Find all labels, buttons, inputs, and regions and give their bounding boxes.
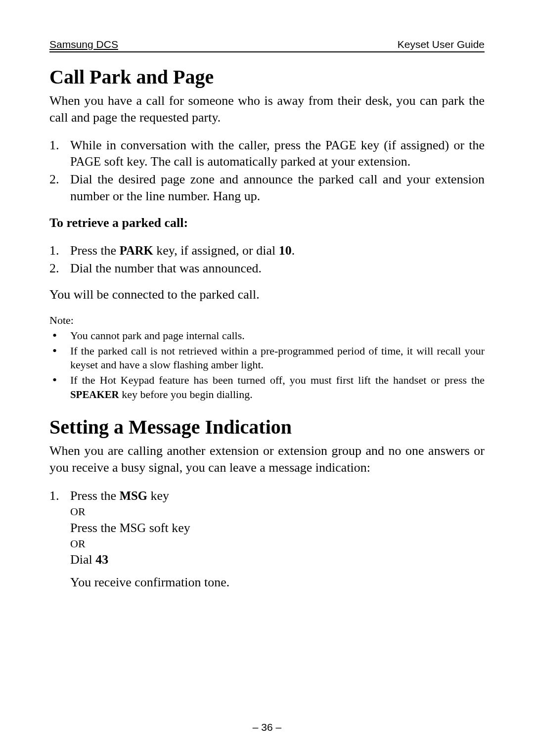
section1-heading: Call Park and Page [49, 65, 485, 89]
text-part: You cannot park and page internal calls. [70, 329, 245, 342]
speaker-key: SPEAKER [70, 389, 119, 400]
dial-code: 43 [95, 552, 108, 567]
page-softkey: PAGE [70, 155, 101, 168]
or-text: OR [70, 504, 485, 519]
step-line: Dial 43 [70, 551, 485, 568]
text-part: key [147, 489, 169, 503]
text-part: While in conversation with the caller, p… [70, 138, 325, 152]
dial-code: 10 [279, 243, 292, 258]
text-part: soft key. The call is automatically park… [101, 154, 410, 169]
text-part: . [292, 243, 295, 258]
step-number: 1. [49, 242, 59, 259]
list-item: If the parked call is not retrieved with… [49, 344, 485, 372]
msg-softkey: MSG [120, 521, 146, 534]
list-item: 1. While in conversation with the caller… [49, 137, 485, 171]
step-number: 1. [49, 487, 59, 504]
step-line: Press the MSG soft key [70, 519, 485, 536]
step-line: Press the MSG key [70, 487, 485, 504]
list-item: 1. Press the PARK key, if assigned, or d… [49, 242, 485, 259]
step-number: 1. [49, 137, 59, 154]
text-part: Press the [70, 521, 120, 535]
page-number: – 36 – [0, 721, 534, 733]
section2-intro: When you are calling another extension o… [49, 443, 485, 476]
text-part: Press the [70, 243, 120, 258]
connected-text: You will be connected to the parked call… [49, 286, 485, 303]
text-part: If the Hot Keypad feature has been turne… [70, 374, 485, 386]
header-right: Keyset User Guide [398, 39, 485, 50]
step-number: 2. [49, 260, 59, 277]
confirmation-text: You receive confirmation tone. [49, 575, 485, 590]
section1-intro: When you have a call for someone who is … [49, 92, 485, 126]
section1-steps: 1. While in conversation with the caller… [49, 137, 485, 205]
list-item: If the Hot Keypad feature has been turne… [49, 373, 485, 401]
retrieve-heading: To retrieve a parked call: [49, 216, 485, 230]
retrieve-steps: 1. Press the PARK key, if assigned, or d… [49, 242, 485, 277]
page-key: PAGE [325, 138, 356, 152]
text-part: Press the [70, 489, 120, 503]
step-number: 2. [49, 171, 59, 188]
notes-list: You cannot park and page internal calls.… [49, 329, 485, 401]
section2-heading: Setting a Message Indication [49, 415, 485, 439]
text-part: Dial the number that was announced. [70, 261, 262, 275]
text-part: key before you begin dialling. [119, 388, 253, 400]
or-text: OR [70, 536, 485, 551]
page-header: Samsung DCS Keyset User Guide [49, 39, 485, 52]
note-label: Note: [49, 314, 485, 327]
list-item: You cannot park and page internal calls. [49, 329, 485, 343]
text-part: key (if assigned) or the [356, 138, 485, 152]
text-part: key, if assigned, or dial [153, 243, 279, 258]
list-item: 2. Dial the desired page zone and announ… [49, 171, 485, 205]
text-part: If the parked call is not retrieved with… [70, 345, 485, 371]
list-item: 2. Dial the number that was announced. [49, 260, 485, 277]
text-part: Dial [70, 552, 95, 567]
section2-step: 1. Press the MSG key OR Press the MSG so… [49, 487, 485, 569]
text-part: Dial the desired page zone and announce … [70, 172, 485, 203]
header-left: Samsung DCS [49, 39, 118, 50]
msg-key: MSG [120, 489, 147, 502]
park-key: PARK [120, 244, 153, 257]
text-part: soft key [146, 521, 190, 535]
